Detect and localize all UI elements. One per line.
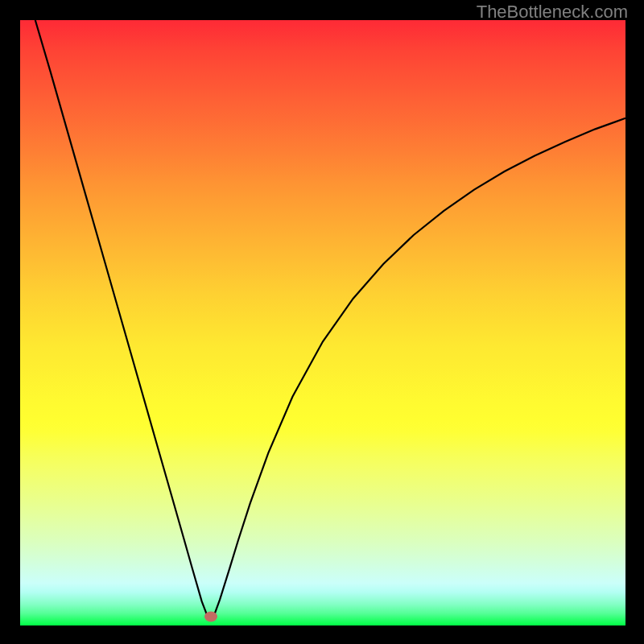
watermark-text: TheBottleneck.com xyxy=(477,2,628,23)
curve-svg xyxy=(20,20,625,625)
optimal-point-marker xyxy=(204,611,217,621)
chart-plot-area xyxy=(20,20,625,625)
curve-line xyxy=(35,20,625,617)
